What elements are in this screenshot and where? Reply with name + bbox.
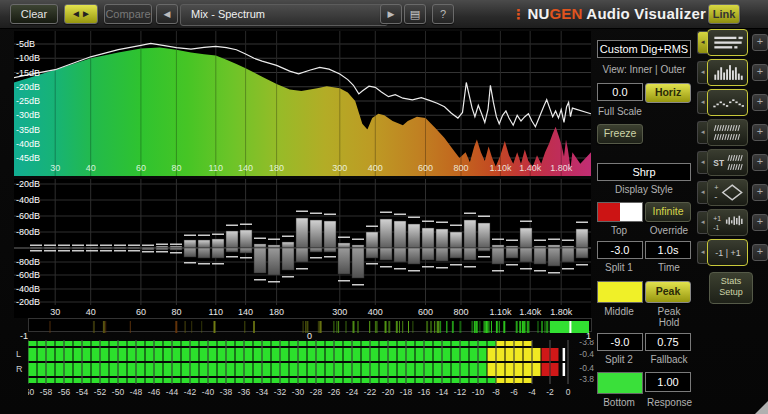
add-level-meter-button[interactable]: + bbox=[752, 34, 768, 51]
freq-tick-label: 1.10k bbox=[489, 307, 512, 317]
preset-next-button[interactable]: ▶ bbox=[380, 4, 402, 24]
level-meter-module-button[interactable] bbox=[707, 29, 748, 56]
db-tick-label: -15dB bbox=[16, 68, 40, 78]
db-tick-label: -25dB bbox=[16, 96, 40, 106]
stats-setup-button[interactable]: StatsSetup bbox=[709, 272, 753, 304]
freq-tick-label: 300 bbox=[332, 163, 347, 173]
meter-scale-label: -12 bbox=[454, 387, 467, 397]
spectrum-line-module-button[interactable] bbox=[707, 89, 748, 116]
chevron-right-icon: ▶ bbox=[388, 9, 395, 19]
collapse-tab[interactable]: ◄ bbox=[697, 181, 707, 204]
add-correlation-meter-button[interactable]: + bbox=[752, 244, 768, 261]
db-tick-label: -20dB bbox=[16, 297, 40, 307]
spectrum-bars-module-button[interactable] bbox=[707, 59, 748, 86]
split1-input[interactable]: -3.0 bbox=[597, 241, 643, 259]
preset-prev-button[interactable]: ◀ bbox=[156, 4, 178, 24]
svg-text:-: - bbox=[714, 191, 717, 202]
add-spectrum-bars-button[interactable]: + bbox=[752, 64, 768, 81]
collapse-tab[interactable]: ◄ bbox=[697, 151, 707, 174]
freq-tick-label: 300 bbox=[332, 307, 347, 317]
freq-tick-label: 1.80k bbox=[550, 307, 573, 317]
freq-tick-label: 80 bbox=[171, 163, 181, 173]
collapse-tab[interactable]: ◄ bbox=[697, 91, 707, 114]
override-button[interactable]: Infinite bbox=[645, 202, 691, 222]
freq-tick-label: 800 bbox=[453, 163, 468, 173]
logo-gen: GEN bbox=[549, 5, 582, 22]
freq-tick-label: 40 bbox=[86, 307, 96, 317]
add-spectrogram-button[interactable]: + bbox=[752, 124, 768, 141]
top-color-swatch[interactable] bbox=[597, 202, 643, 222]
peak-hold-marker bbox=[563, 363, 566, 376]
display-style-select[interactable]: Shrp bbox=[597, 163, 691, 181]
meter-mode-select[interactable]: Custom Dig+RMS bbox=[597, 40, 691, 58]
db-tick-label: -80dB bbox=[16, 227, 40, 237]
spectrum-line-icon bbox=[711, 92, 745, 113]
meter-scale-label: -26 bbox=[328, 387, 341, 397]
response-input[interactable]: 1.00 bbox=[645, 372, 691, 392]
top-label: Top bbox=[597, 225, 641, 236]
time-input[interactable]: 1.0s bbox=[645, 241, 691, 259]
peak-hold-button[interactable]: Peak bbox=[645, 281, 691, 303]
collapse-tab[interactable]: ◄ bbox=[697, 121, 707, 144]
db-tick-label: -40dB bbox=[16, 139, 40, 149]
freq-tick-label: 1.80k bbox=[550, 163, 573, 173]
meter-scale-label: -42 bbox=[184, 387, 197, 397]
db-tick-label: -35dB bbox=[16, 125, 40, 135]
meter-scale-label: -50 bbox=[112, 387, 125, 397]
meter-readout: -0.4 bbox=[579, 349, 594, 359]
split2-label: Split 2 bbox=[597, 354, 641, 365]
collapse-tab[interactable]: ◄ bbox=[697, 61, 707, 84]
meter-scale-label: -4 bbox=[528, 387, 536, 397]
control-panel: Custom Dig+RMS View: Inner | Outer 0.0 H… bbox=[594, 28, 694, 414]
meter-scale-label: -6 bbox=[510, 387, 518, 397]
add-stereo-spectrogram-button[interactable]: + bbox=[752, 154, 768, 171]
resize-grip[interactable] bbox=[755, 401, 768, 414]
db-tick-label: -5dB bbox=[16, 39, 35, 49]
ab-swap-button[interactable]: ◄► bbox=[64, 4, 98, 24]
spectrogram-module-button[interactable] bbox=[707, 119, 748, 146]
link-button[interactable]: Link bbox=[708, 4, 740, 24]
add-vectorscope-button[interactable]: + bbox=[752, 184, 768, 201]
split2-input[interactable]: -9.0 bbox=[597, 333, 643, 351]
svg-text:+1: +1 bbox=[713, 215, 721, 222]
collapse-tab[interactable]: ◄ bbox=[697, 241, 707, 264]
bottom-color-swatch[interactable] bbox=[597, 372, 643, 394]
mirrored-spectrum-display: -20dB-40dB-60dB-80dB-80dB-60dB-40dB-20dB… bbox=[14, 179, 591, 318]
spectrum-inner-area bbox=[14, 47, 591, 176]
freq-tick-label: 40 bbox=[86, 163, 96, 173]
full-scale-input[interactable]: 0.0 bbox=[597, 83, 643, 101]
add-correlation-history-button[interactable]: + bbox=[752, 214, 768, 231]
preset-selector[interactable]: Mix - Spectrum bbox=[180, 4, 388, 26]
meter-ticks bbox=[28, 340, 569, 384]
stereo-spectrogram-icon: ST bbox=[711, 152, 745, 173]
collapse-tab[interactable]: ◄ bbox=[697, 31, 707, 54]
horiz-button[interactable]: Horiz bbox=[645, 83, 691, 103]
clear-button[interactable]: Clear bbox=[10, 4, 58, 24]
meter-scale-label: -56 bbox=[58, 387, 71, 397]
correlation-meter-module-button[interactable]: -1 | +1 bbox=[707, 239, 748, 266]
db-tick-label: -20dB bbox=[16, 179, 40, 189]
add-spectrum-line-button[interactable]: + bbox=[752, 94, 768, 111]
bottom-label: Bottom bbox=[597, 397, 641, 408]
vectorscope-module-button[interactable]: +- bbox=[707, 179, 748, 206]
level-meter-icon bbox=[711, 32, 745, 53]
view-toggle[interactable]: View: Inner | Outer bbox=[594, 64, 694, 75]
freq-tick-label: 600 bbox=[418, 163, 433, 173]
meter-scale-label: -18 bbox=[400, 387, 413, 397]
meter-scale-label: -48 bbox=[130, 387, 143, 397]
plugin-window: { "top_bar": { "clear": "Clear", "swap_i… bbox=[0, 0, 768, 414]
fallback-input[interactable]: 0.75 bbox=[645, 333, 691, 351]
middle-color-swatch[interactable] bbox=[597, 281, 643, 303]
correlation-history-module-button[interactable]: +1-1 bbox=[707, 209, 748, 236]
db-tick-label: -45dB bbox=[16, 153, 40, 163]
freeze-button[interactable]: Freeze bbox=[597, 124, 643, 144]
meter-scale-label: -36 bbox=[238, 387, 251, 397]
compare-button[interactable]: Compare bbox=[104, 4, 152, 24]
freq-tick-label: 110 bbox=[209, 163, 223, 173]
response-label: Response bbox=[647, 397, 691, 408]
preset-list-button[interactable]: ▤ bbox=[404, 4, 426, 24]
help-button[interactable]: ? bbox=[432, 4, 454, 24]
stereo-spectrogram-module-button[interactable]: ST bbox=[707, 149, 748, 176]
setup-label: Setup bbox=[719, 287, 743, 297]
collapse-tab[interactable]: ◄ bbox=[697, 211, 707, 234]
